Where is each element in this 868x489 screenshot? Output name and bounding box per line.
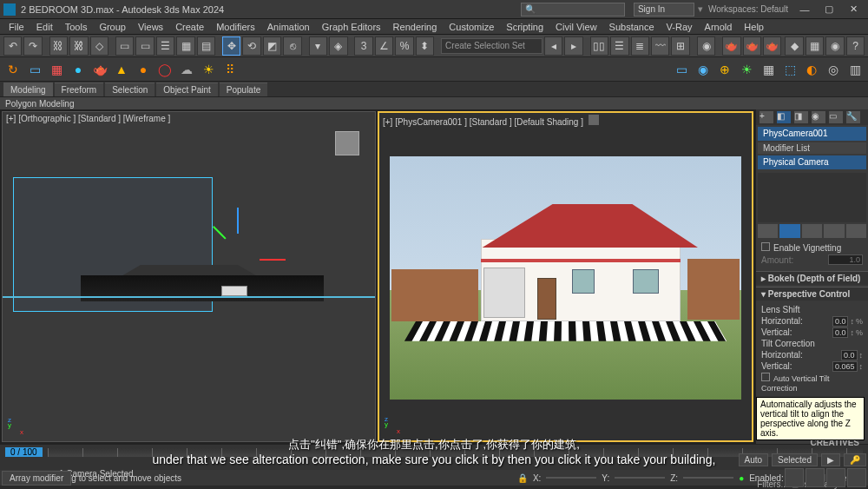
- undo-button[interactable]: ↶: [3, 36, 22, 56]
- play-button[interactable]: ▶: [821, 453, 840, 466]
- ribbon-sel-icon[interactable]: ▭: [25, 60, 44, 79]
- menu-civilview[interactable]: Civil View: [550, 22, 602, 32]
- menu-group[interactable]: Group: [94, 22, 131, 32]
- bokeh-rollout[interactable]: ▸ Bokeh (Depth of Field): [756, 271, 868, 285]
- menu-substance[interactable]: Substance: [604, 22, 660, 32]
- viewport-camera[interactable]: [+] [PhysCamera001 ] [Standard ] [Defaul…: [378, 111, 753, 442]
- tilt-vert-input[interactable]: 0.065: [832, 361, 858, 372]
- ribbon-sun-icon[interactable]: ☀: [199, 60, 218, 79]
- rotate-button[interactable]: ⟲: [242, 36, 260, 56]
- menu-create[interactable]: Create: [170, 22, 209, 32]
- layer-button[interactable]: ≣: [631, 36, 649, 56]
- maximize-vp-icon[interactable]: [847, 468, 866, 487]
- snap-toggle[interactable]: 3: [354, 36, 372, 56]
- remove-mod-icon[interactable]: [824, 224, 844, 238]
- unique-icon[interactable]: [802, 224, 822, 238]
- menu-edit[interactable]: Edit: [31, 22, 58, 32]
- tab-objectpaint[interactable]: Object Paint: [156, 83, 217, 96]
- object-name-field[interactable]: PhysCamera001: [758, 127, 866, 141]
- modifier-stack-area[interactable]: [758, 173, 866, 222]
- show-end-icon[interactable]: [779, 224, 799, 238]
- auto-tilt-checkbox[interactable]: [761, 373, 770, 381]
- menu-grapheditors[interactable]: Graph Editors: [317, 22, 386, 32]
- viewcube[interactable]: [335, 131, 359, 155]
- coord-x[interactable]: [546, 477, 596, 479]
- refcoord[interactable]: ▾: [309, 36, 327, 56]
- ribbon-teapot-icon[interactable]: 🫖: [90, 60, 109, 79]
- menu-modifiers[interactable]: Modifiers: [211, 22, 260, 32]
- modifier-list-dropdown[interactable]: Modifier List: [758, 142, 866, 155]
- bind-button[interactable]: ◇: [90, 36, 108, 56]
- ribbon-r1[interactable]: ▭: [672, 60, 691, 79]
- menu-rendering[interactable]: Rendering: [388, 22, 443, 32]
- tab-selection[interactable]: Selection: [105, 83, 155, 96]
- coord-z[interactable]: [683, 477, 733, 479]
- gizmo-y-axis[interactable]: [213, 226, 227, 240]
- info-search[interactable]: 🔍: [521, 3, 625, 17]
- select-filter[interactable]: ▭: [115, 36, 134, 56]
- lensshift-horiz-input[interactable]: 0.0: [832, 316, 849, 327]
- ribbon-box-icon[interactable]: ▦: [47, 60, 66, 79]
- config-icon[interactable]: [846, 224, 866, 238]
- mirror-button[interactable]: ▯▯: [590, 36, 608, 56]
- placement-button[interactable]: ⎋: [283, 36, 301, 56]
- menu-tools[interactable]: Tools: [60, 22, 93, 32]
- keymode-icon[interactable]: 🔑: [844, 453, 866, 466]
- pin-stack-icon[interactable]: [758, 224, 778, 238]
- ribbon-r2[interactable]: ◉: [694, 60, 713, 79]
- motion-tab-icon[interactable]: ◉: [812, 111, 825, 123]
- ribbon-r7[interactable]: ◐: [802, 60, 821, 79]
- modify-tab-icon[interactable]: ◧: [777, 111, 791, 123]
- window-crossing[interactable]: ▤: [197, 36, 215, 56]
- ribbon-r9[interactable]: ▥: [845, 60, 865, 79]
- menu-vray[interactable]: V-Ray: [661, 22, 698, 32]
- ribbon-r8[interactable]: ◎: [824, 60, 843, 79]
- orbit-icon[interactable]: [826, 468, 845, 487]
- redo-button[interactable]: ↷: [23, 36, 42, 56]
- array-modifier-button[interactable]: Array modifier: [2, 471, 71, 486]
- vray-b[interactable]: ▦: [806, 36, 824, 56]
- viewport-ortho-label[interactable]: [+] [Orthographic ] [Standard ] [Wirefra…: [6, 114, 170, 123]
- ribbon-cloud-icon[interactable]: ☁: [177, 60, 196, 79]
- tab-populate[interactable]: Populate: [220, 83, 267, 96]
- tilt-horiz-input[interactable]: 0.0: [841, 350, 858, 360]
- select-region[interactable]: ▦: [176, 36, 194, 56]
- tab-freeform[interactable]: Freeform: [55, 83, 104, 96]
- shading-filter-icon[interactable]: [589, 115, 599, 125]
- schematic-button[interactable]: ⊞: [671, 36, 689, 56]
- selection-set-input[interactable]: Create Selection Set: [441, 38, 542, 54]
- spinner-snap[interactable]: ⬍: [416, 36, 434, 56]
- render-prod[interactable]: 🫖: [763, 36, 781, 56]
- ribbon-orange-icon[interactable]: ●: [134, 60, 153, 79]
- vray-d[interactable]: ?: [846, 36, 865, 56]
- menu-help[interactable]: Help: [739, 22, 769, 32]
- vray-c[interactable]: ◉: [825, 36, 844, 56]
- percent-snap[interactable]: %: [395, 36, 413, 56]
- ribbon-r5[interactable]: ▦: [759, 60, 778, 79]
- menu-customize[interactable]: Customize: [444, 22, 499, 32]
- menu-views[interactable]: Views: [133, 22, 168, 32]
- selset-prev[interactable]: ◂: [544, 36, 562, 56]
- create-tab-icon[interactable]: +: [760, 111, 773, 123]
- zoom-icon[interactable]: [806, 468, 825, 487]
- gizmo-z-axis[interactable]: [237, 208, 239, 234]
- modifier-stack-item[interactable]: Physical Camera: [758, 155, 866, 169]
- vignetting-checkbox[interactable]: [761, 242, 770, 251]
- menu-scripting[interactable]: Scripting: [501, 22, 549, 32]
- ribbon-sphere-icon[interactable]: ●: [69, 60, 88, 79]
- sub-tab-label[interactable]: Polygon Modeling: [5, 99, 75, 109]
- selset-next[interactable]: ▸: [564, 36, 582, 56]
- close-button[interactable]: ✕: [842, 2, 865, 17]
- curve-editor[interactable]: 〰: [651, 36, 669, 56]
- render-setup[interactable]: 🫖: [722, 36, 740, 56]
- menu-arnold[interactable]: Arnold: [700, 22, 738, 32]
- ribbon-redo-icon[interactable]: ↻: [3, 60, 23, 79]
- ribbon-people-icon[interactable]: ⠿: [220, 60, 240, 79]
- frame-indicator[interactable]: 0 / 100: [5, 447, 43, 457]
- viewport-cam-label[interactable]: [+] [PhysCamera001 ] [Standard ] [Defaul…: [383, 115, 599, 127]
- signin-button[interactable]: Sign In: [634, 3, 694, 17]
- angle-snap[interactable]: ∠: [375, 36, 393, 56]
- workspace-selector[interactable]: Workspaces: Default: [708, 4, 788, 14]
- ribbon-r4[interactable]: ☀: [737, 60, 756, 79]
- vignetting-amount-input[interactable]: 1.0: [828, 254, 863, 265]
